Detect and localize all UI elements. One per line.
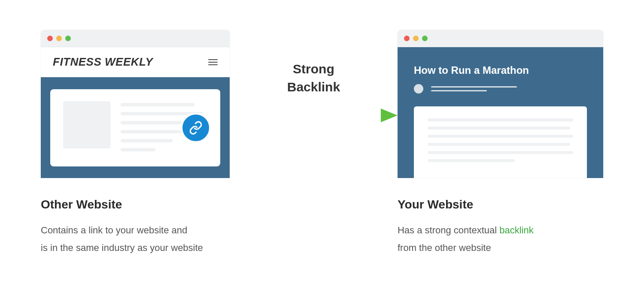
browser-titlebar — [41, 30, 230, 47]
article-thumbnail — [63, 101, 110, 148]
other-website-body — [41, 77, 230, 178]
window-dot-green — [65, 36, 71, 41]
right-caption: Your Website Has a strong contextual bac… — [398, 198, 603, 257]
other-website-browser: FITNESS WEEKLY — [41, 30, 230, 178]
article-card — [50, 89, 220, 166]
hamburger-icon — [208, 59, 218, 65]
author-avatar — [414, 84, 423, 94]
left-caption-body: Contains a link to your website and is i… — [41, 222, 230, 257]
left-column: FITNESS WEEKLY — [41, 30, 230, 257]
window-dot-yellow — [56, 36, 62, 41]
site-header: FITNESS WEEKLY — [41, 47, 230, 77]
right-caption-body: Has a strong contextual backlink from th… — [398, 222, 603, 257]
right-caption-title: Your Website — [398, 198, 603, 211]
arrow-section: Strong Backlink — [230, 30, 398, 126]
window-dot-red — [404, 36, 410, 41]
svg-marker-1 — [381, 109, 398, 122]
site-title: FITNESS WEEKLY — [53, 55, 153, 69]
window-dot-green — [422, 36, 428, 41]
right-column: How to Run a Marathon — [398, 30, 603, 257]
browser-titlebar — [398, 30, 603, 47]
window-dot-red — [47, 36, 53, 41]
article-title: How to Run a Marathon — [414, 64, 587, 76]
your-website-browser: How to Run a Marathon — [398, 30, 603, 178]
arrow-label: Strong Backlink — [287, 60, 340, 96]
article-byline — [414, 84, 587, 94]
backlink-highlight: backlink — [499, 225, 533, 236]
your-website-body: How to Run a Marathon — [398, 47, 603, 178]
left-caption: Other Website Contains a link to your we… — [41, 198, 230, 257]
link-icon — [181, 113, 211, 143]
byline-placeholder — [431, 86, 517, 91]
diagram-stage: FITNESS WEEKLY — [0, 0, 644, 257]
arrow-icon — [230, 107, 398, 126]
window-dot-yellow — [413, 36, 419, 41]
article-content-card — [414, 106, 587, 178]
left-caption-title: Other Website — [41, 198, 230, 211]
